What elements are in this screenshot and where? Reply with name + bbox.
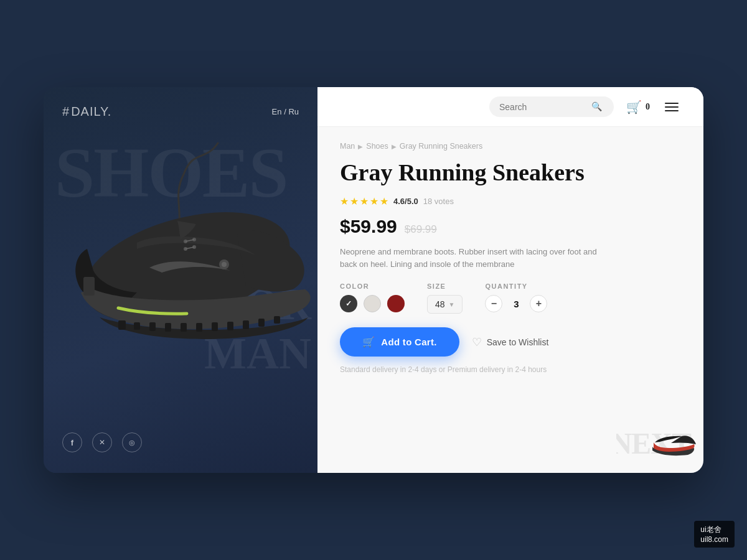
quantity-decrease-button[interactable]: −	[485, 295, 502, 312]
price-row: $59.99 $69.99	[340, 216, 681, 237]
watermark: ui老舍uil8.com	[694, 521, 735, 548]
svg-rect-5	[181, 323, 187, 332]
twitter-icon[interactable]: ✕	[92, 432, 112, 452]
brand-hash: #	[62, 105, 70, 118]
next-shoe-preview	[647, 421, 697, 464]
delivery-note: Standard delivery in 2-4 days or Premium…	[340, 365, 681, 374]
add-to-cart-button[interactable]: 🛒 Add to Cart.	[340, 327, 459, 357]
breadcrumb: Man ▶ Shoes ▶ Gray Running Sneakers	[340, 142, 681, 151]
right-panel: 🔍 🛒 0 Man ▶ Shoes ▶ Gray Running Sneaker…	[317, 87, 703, 473]
rating-row: ★ ★ ★ ★ ★ 4.6/5.0 18 votes	[340, 195, 681, 207]
quantity-increase-button[interactable]: +	[530, 295, 547, 312]
social-icons: f ✕ ◎	[62, 432, 299, 455]
color-option-group: COLOR	[340, 282, 405, 312]
cart-icon: 🛒	[626, 100, 642, 114]
breadcrumb-man[interactable]: Man	[340, 142, 355, 151]
size-label: SIZE	[427, 282, 463, 290]
svg-rect-4	[165, 323, 171, 332]
options-row: COLOR SIZE 48 ▼ Q	[340, 282, 681, 314]
rating-votes: 18 votes	[423, 197, 454, 206]
breadcrumb-arrow-1: ▶	[358, 143, 363, 150]
svg-rect-3	[149, 322, 156, 331]
cart-area[interactable]: 🛒 0	[626, 100, 650, 114]
search-input[interactable]	[499, 102, 586, 112]
add-to-cart-label: Add to Cart.	[381, 337, 436, 347]
svg-rect-7	[212, 322, 218, 331]
save-wishlist-label: Save to Wishlist	[487, 337, 549, 347]
menu-line-3	[665, 110, 679, 111]
star-half: ★	[380, 195, 388, 207]
svg-rect-18	[83, 277, 95, 296]
lang-ru[interactable]: Ru	[288, 107, 299, 116]
quantity-option-group: QUANTITY − 3 +	[485, 282, 547, 312]
menu-line-1	[665, 103, 679, 104]
product-card: #DAILY. En / Ru SHOES FOR MAN	[44, 87, 703, 473]
cart-count: 0	[646, 102, 650, 112]
heart-icon: ♡	[472, 335, 482, 349]
quantity-label: QUANTITY	[485, 282, 547, 290]
facebook-icon[interactable]: f	[62, 432, 82, 452]
size-chevron-icon: ▼	[449, 301, 455, 308]
price-original: $69.99	[405, 223, 437, 236]
menu-line-2	[665, 106, 679, 108]
cart-icon-btn: 🛒	[362, 336, 375, 348]
search-bar[interactable]: 🔍	[489, 96, 614, 117]
star-1: ★	[340, 195, 349, 207]
svg-rect-2	[134, 322, 140, 330]
star-3: ★	[360, 195, 369, 207]
product-title: Gray Running Sneakers	[340, 159, 681, 187]
stars: ★ ★ ★ ★ ★	[340, 195, 388, 207]
svg-rect-1	[118, 320, 126, 330]
search-icon[interactable]: 🔍	[591, 101, 602, 112]
left-header: #DAILY. En / Ru	[62, 105, 299, 119]
lang-en[interactable]: En	[272, 107, 282, 116]
hamburger-menu[interactable]	[662, 100, 681, 114]
breadcrumb-arrow-2: ▶	[392, 143, 397, 150]
left-panel: #DAILY. En / Ru SHOES FOR MAN	[44, 87, 317, 473]
size-option-group: SIZE 48 ▼	[427, 282, 463, 314]
color-swatch-red[interactable]	[387, 295, 405, 312]
size-value: 48	[435, 299, 445, 309]
next-preview[interactable]: NEXT	[616, 404, 703, 473]
svg-rect-11	[274, 316, 280, 324]
star-2: ★	[350, 195, 359, 207]
action-row: 🛒 Add to Cart. ♡ Save to Wishlist	[340, 327, 681, 357]
star-4: ★	[370, 195, 378, 207]
svg-rect-6	[196, 323, 202, 332]
quantity-value: 3	[510, 299, 522, 309]
color-options	[340, 295, 405, 312]
brand-logo: #DAILY.	[62, 105, 113, 119]
svg-point-20	[222, 262, 227, 267]
quantity-control: − 3 +	[485, 295, 547, 312]
breadcrumb-current: Gray Running Sneakers	[400, 142, 482, 151]
rating-score: 4.6/5.0	[393, 197, 418, 206]
size-select[interactable]: 48 ▼	[427, 295, 463, 314]
color-swatch-light[interactable]	[364, 295, 381, 312]
instagram-icon[interactable]: ◎	[122, 432, 142, 452]
shoe-image-container	[44, 124, 317, 392]
top-nav: 🔍 🛒 0	[317, 87, 703, 127]
svg-rect-10	[258, 319, 265, 327]
lang-sep: /	[284, 107, 286, 116]
save-wishlist-button[interactable]: ♡ Save to Wishlist	[472, 335, 549, 349]
price-current: $59.99	[340, 216, 397, 237]
shoe-svg	[44, 124, 317, 361]
svg-rect-8	[227, 322, 233, 330]
color-swatch-dark[interactable]	[340, 295, 357, 312]
brand-name: DAILY.	[71, 105, 111, 118]
product-description: Neoprene and membrane boots. Rubber inse…	[340, 246, 601, 272]
svg-rect-9	[243, 320, 249, 329]
lang-switch[interactable]: En / Ru	[272, 107, 299, 116]
color-label: COLOR	[340, 282, 405, 290]
breadcrumb-shoes[interactable]: Shoes	[366, 142, 388, 151]
